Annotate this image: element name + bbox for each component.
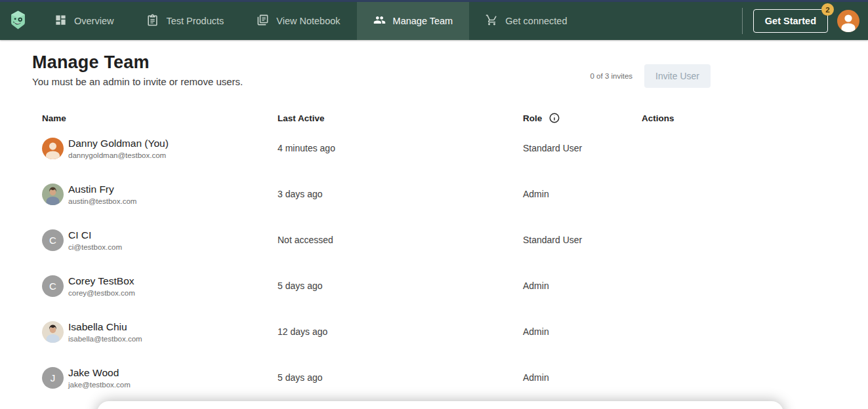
nav-label: Manage Team — [393, 16, 453, 26]
clipboard-icon — [146, 14, 159, 28]
user-avatar — [42, 321, 64, 343]
user-avatar — [42, 184, 64, 205]
column-header-role: Role — [523, 112, 642, 124]
dashboard-icon — [54, 14, 67, 28]
role-cell: Standard User — [523, 235, 642, 245]
page-title: Manage Team — [32, 52, 868, 72]
table-row: C Corey TestBox corey@testbox.com 5 days… — [42, 263, 868, 309]
column-header-name: Name — [42, 113, 278, 123]
user-email: jake@testbox.com — [68, 381, 131, 389]
table-row: C CI CI ci@testbox.com Not accessed Stan… — [42, 217, 868, 263]
user-name: Danny Goldman (You) — [68, 137, 169, 149]
testbox-mascot-icon — [9, 10, 28, 33]
name-block: Corey TestBox corey@testbox.com — [68, 275, 135, 297]
nav-label: Get connected — [505, 16, 567, 26]
column-header-actions: Actions — [642, 113, 868, 123]
table-row: J Jake Wood jake@testbox.com 5 days ago … — [42, 355, 868, 400]
last-active-cell: 12 days ago — [278, 326, 523, 337]
get-started-button[interactable]: Get Started — [753, 9, 828, 33]
name-cell: Danny Goldman (You) dannygoldman@testbox… — [42, 137, 278, 159]
role-cell: Standard User — [523, 143, 642, 153]
user-avatar: C — [42, 229, 64, 251]
name-block: Jake Wood jake@testbox.com — [68, 366, 131, 389]
name-block: CI CI ci@testbox.com — [68, 229, 122, 251]
last-active-cell: 3 days ago — [278, 189, 523, 199]
invites-status: 0 of 3 invites — [590, 72, 633, 80]
profile-avatar[interactable] — [837, 10, 859, 32]
notebook-icon — [257, 14, 269, 28]
column-header-last-active: Last Active — [278, 113, 523, 123]
role-cell: Admin — [523, 326, 642, 337]
user-name: Corey TestBox — [68, 275, 135, 287]
user-avatar: J — [42, 367, 64, 389]
header-divider — [742, 8, 743, 34]
app-logo[interactable] — [0, 2, 38, 40]
last-active-cell: 5 days ago — [278, 372, 523, 383]
name-block: Isabella Chiu isabella@testbox.com — [68, 321, 142, 343]
primary-nav: Overview Test Products View Notebook Man… — [38, 2, 584, 40]
team-table: Name Last Active Role Actions Danny Gold… — [0, 111, 868, 400]
table-row: Isabella Chiu isabella@testbox.com 12 da… — [42, 309, 868, 355]
header-right: Get Started 2 — [742, 2, 868, 40]
name-block: Austin Fry austin@testbox.com — [68, 183, 136, 205]
role-cell: Admin — [523, 189, 642, 199]
table-row: Danny Goldman (You) dannygoldman@testbox… — [42, 125, 868, 171]
name-block: Danny Goldman (You) dannygoldman@testbox… — [68, 137, 169, 159]
role-cell: Admin — [523, 372, 642, 383]
table-row: Austin Fry austin@testbox.com 3 days ago… — [42, 171, 868, 217]
bottom-sheet-shadow — [97, 401, 783, 409]
get-started-wrap: Get Started 2 — [753, 9, 828, 33]
table-body: Danny Goldman (You) dannygoldman@testbox… — [42, 125, 868, 400]
role-cell: Admin — [523, 281, 642, 291]
notification-badge: 2 — [821, 3, 834, 16]
user-avatar: C — [42, 275, 64, 297]
nav-label: Overview — [74, 16, 114, 26]
invite-area: 0 of 3 invites Invite User — [590, 64, 711, 88]
invite-user-button[interactable]: Invite User — [644, 64, 711, 88]
user-name: CI CI — [68, 229, 122, 241]
user-email: isabella@testbox.com — [68, 335, 142, 343]
name-cell: C CI CI ci@testbox.com — [42, 229, 278, 251]
user-email: austin@testbox.com — [68, 197, 136, 205]
nav-label: View Notebook — [276, 16, 340, 26]
user-avatar — [42, 138, 64, 159]
user-email: dannygoldman@testbox.com — [68, 151, 169, 159]
last-active-cell: 5 days ago — [278, 281, 523, 291]
name-cell: J Jake Wood jake@testbox.com — [42, 366, 278, 389]
nav-item-overview[interactable]: Overview — [38, 2, 130, 40]
user-name: Austin Fry — [68, 183, 136, 195]
people-icon — [373, 14, 386, 28]
table-header-row: Name Last Active Role Actions — [42, 111, 868, 125]
nav-item-get-connected[interactable]: Get connected — [469, 2, 583, 40]
user-email: corey@testbox.com — [68, 289, 135, 297]
name-cell: Austin Fry austin@testbox.com — [42, 183, 278, 205]
nav-item-test-products[interactable]: Test Products — [130, 2, 240, 40]
page-subtitle: You must be an admin to invite or remove… — [32, 75, 868, 88]
user-name: Isabella Chiu — [68, 321, 142, 333]
last-active-cell: 4 minutes ago — [278, 143, 523, 153]
nav-label: Test Products — [166, 16, 224, 26]
name-cell: Isabella Chiu isabella@testbox.com — [42, 321, 278, 343]
top-navigation-bar: Overview Test Products View Notebook Man… — [0, 2, 868, 40]
user-email: ci@testbox.com — [68, 243, 122, 251]
cart-icon — [486, 14, 498, 28]
user-name: Jake Wood — [68, 366, 131, 379]
nav-item-manage-team[interactable]: Manage Team — [357, 2, 470, 40]
role-header-label: Role — [523, 113, 542, 123]
last-active-cell: Not accessed — [278, 235, 523, 245]
info-icon[interactable] — [548, 112, 560, 124]
page-header: Manage Team You must be an admin to invi… — [0, 40, 868, 88]
nav-item-view-notebook[interactable]: View Notebook — [240, 2, 356, 40]
name-cell: C Corey TestBox corey@testbox.com — [42, 275, 278, 297]
